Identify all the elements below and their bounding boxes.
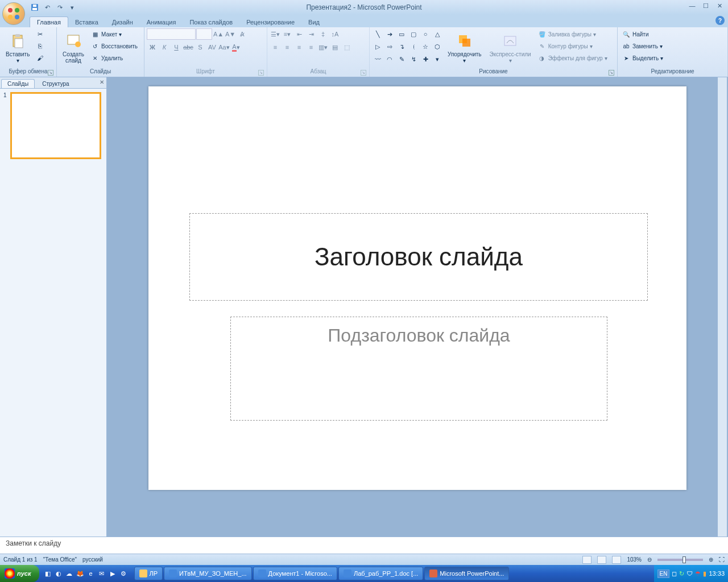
view-slideshow-icon[interactable] — [612, 556, 621, 564]
align-right-icon[interactable]: ≡ — [293, 41, 305, 53]
taskbar-task-4[interactable]: Microsoft PowerPoint... — [424, 567, 509, 580]
vertical-scrollbar[interactable] — [718, 77, 727, 537]
help-button[interactable]: ? — [715, 16, 725, 25]
font-name-combo[interactable] — [147, 28, 196, 40]
shape-curve-icon[interactable]: 〰 — [372, 53, 383, 65]
quick-styles-button[interactable]: Экспресс-стили▾ — [486, 28, 535, 67]
indent-inc-icon[interactable]: ⇥ — [305, 28, 317, 40]
undo-icon[interactable]: ↶ — [42, 2, 52, 13]
align-center-icon[interactable]: ≡ — [282, 41, 293, 53]
tab-animation[interactable]: Анимация — [140, 17, 183, 27]
shape-arrow-icon[interactable]: ➔ — [384, 28, 395, 40]
tab-insert[interactable]: Вставка — [68, 17, 105, 27]
ql-icon-3[interactable]: ☁ — [64, 567, 75, 580]
find-button[interactable]: 🔍Найти — [620, 28, 665, 40]
view-normal-icon[interactable] — [582, 556, 592, 564]
justify-icon[interactable]: ≡ — [305, 41, 317, 53]
taskbar-task-3[interactable]: Лаб_раб_РР_1.doc [... — [338, 567, 423, 580]
ql-icon-8[interactable]: ⚙ — [118, 567, 129, 580]
taskbar-task-2[interactable]: Документ1 - Microso... — [253, 567, 337, 580]
zoom-percent[interactable]: 103% — [627, 556, 642, 563]
redo-icon[interactable]: ↷ — [55, 2, 65, 13]
maximize-button[interactable]: ☐ — [700, 1, 712, 10]
shape-rect-icon[interactable]: ▭ — [396, 28, 407, 40]
ql-icon-2[interactable]: ◐ — [53, 567, 64, 580]
notes-pane[interactable]: Заметки к слайду — [0, 537, 728, 554]
italic-icon[interactable]: К — [159, 41, 170, 53]
tab-view[interactable]: Вид — [301, 17, 326, 27]
tab-home[interactable]: Главная — [30, 16, 68, 27]
underline-icon[interactable]: Ч — [171, 41, 182, 53]
tray-icon-5[interactable]: ▮ — [703, 570, 706, 577]
sidepanel-close-icon[interactable]: ✕ — [100, 79, 104, 85]
format-painter-icon[interactable]: 🖌 — [34, 52, 46, 64]
slide-thumbnail-1[interactable]: 1 — [3, 92, 103, 159]
shape-oval-icon[interactable]: ○ — [420, 28, 431, 40]
shape-plus-icon[interactable]: ✚ — [420, 53, 431, 65]
layout-button[interactable]: ▦Макет ▾ — [89, 28, 139, 40]
shape-line-icon[interactable]: ╲ — [372, 28, 383, 40]
start-button[interactable]: пуск — [0, 565, 39, 582]
font-size-combo[interactable] — [196, 28, 212, 40]
zoom-fit-icon[interactable]: ⛶ — [719, 556, 725, 563]
shape-star-icon[interactable]: ☆ — [420, 41, 431, 52]
line-spacing-icon[interactable]: ‡ — [317, 28, 329, 40]
shape-arrow2-icon[interactable]: ⇨ — [384, 41, 395, 52]
save-icon[interactable] — [30, 2, 40, 13]
shapes-gallery[interactable]: ╲ ➔ ▭ ▢ ○ △ ▷ ⇨ ↴ ⟮ ☆ ⬡ 〰 ◠ — [372, 28, 443, 65]
shape-connector-icon[interactable]: ↴ — [396, 41, 407, 52]
zoom-out-icon[interactable]: ⊖ — [647, 556, 652, 563]
shape-outline-button[interactable]: ✎Контур фигуры ▾ — [536, 40, 609, 52]
subtitle-placeholder[interactable]: Подзаголовок слайда — [230, 317, 607, 421]
sidepanel-tab-slides[interactable]: Слайды — [1, 79, 35, 88]
shapes-more-icon[interactable]: ▾ — [432, 53, 443, 65]
paragraph-launcher[interactable]: ↘ — [361, 70, 366, 76]
reset-button[interactable]: ↺Восстановить — [89, 40, 139, 52]
delete-slide-button[interactable]: ✕Удалить — [89, 52, 139, 64]
copy-icon[interactable]: ⎘ — [34, 40, 46, 52]
tab-design[interactable]: Дизайн — [105, 17, 140, 27]
taskbar-task-0[interactable]: ЛР — [134, 567, 163, 580]
new-slide-button[interactable]: Создать слайд — [59, 28, 88, 67]
columns-icon[interactable]: ▥▾ — [317, 41, 329, 53]
smartart-icon[interactable]: ⬚ — [341, 41, 353, 53]
cut-icon[interactable]: ✂ — [34, 28, 46, 40]
bullets-icon[interactable]: ☰▾ — [270, 28, 281, 40]
font-launcher[interactable]: ↘ — [258, 70, 264, 76]
paste-button[interactable]: Вставить▾ — [2, 28, 33, 67]
clipboard-launcher[interactable]: ↘ — [48, 70, 53, 76]
shape-free-icon[interactable]: ✎ — [396, 53, 407, 65]
spacing-icon[interactable]: AV — [206, 41, 218, 53]
status-language[interactable]: русский — [82, 556, 103, 563]
arrange-button[interactable]: Упорядочить▾ — [444, 28, 485, 67]
zoom-slider[interactable] — [657, 559, 703, 561]
align-text-icon[interactable]: ▤ — [329, 41, 341, 53]
shape-fill-button[interactable]: 🪣Заливка фигуры ▾ — [536, 28, 609, 40]
ql-icon-5[interactable]: e — [86, 567, 96, 580]
bold-icon[interactable]: Ж — [147, 41, 158, 53]
close-button[interactable]: ✕ — [713, 1, 726, 10]
shape-effects-button[interactable]: ◑Эффекты для фигур ▾ — [536, 52, 609, 64]
indent-dec-icon[interactable]: ⇤ — [293, 28, 305, 40]
align-left-icon[interactable]: ≡ — [270, 41, 281, 53]
shape-rect2-icon[interactable]: ▢ — [408, 28, 419, 40]
grow-font-icon[interactable]: A▲ — [213, 28, 224, 40]
tray-icon-4[interactable]: ☂ — [695, 570, 701, 577]
replace-button[interactable]: abЗаменить ▾ — [620, 40, 665, 52]
drawing-launcher[interactable]: ↘ — [609, 70, 614, 76]
tray-icon-1[interactable]: ◻ — [672, 570, 677, 577]
shadow-icon[interactable]: S — [195, 41, 206, 53]
shrink-font-icon[interactable]: A▼ — [225, 28, 236, 40]
tray-icon-2[interactable]: ↻ — [679, 570, 684, 577]
ql-icon-4[interactable]: 🦊 — [75, 567, 85, 580]
shape-tri2-icon[interactable]: ▷ — [372, 41, 383, 52]
case-icon[interactable]: Aa▾ — [218, 41, 230, 53]
strike-icon[interactable]: abc — [183, 41, 194, 53]
clock[interactable]: 13:33 — [709, 570, 725, 577]
shape-hex-icon[interactable]: ⬡ — [432, 41, 443, 52]
view-sorter-icon[interactable] — [597, 556, 606, 564]
ql-icon-7[interactable]: ▶ — [107, 567, 118, 580]
shape-tri-icon[interactable]: △ — [432, 28, 443, 40]
slide[interactable]: Заголовок слайда Подзаголовок слайда — [148, 86, 686, 490]
title-placeholder[interactable]: Заголовок слайда — [189, 213, 648, 301]
